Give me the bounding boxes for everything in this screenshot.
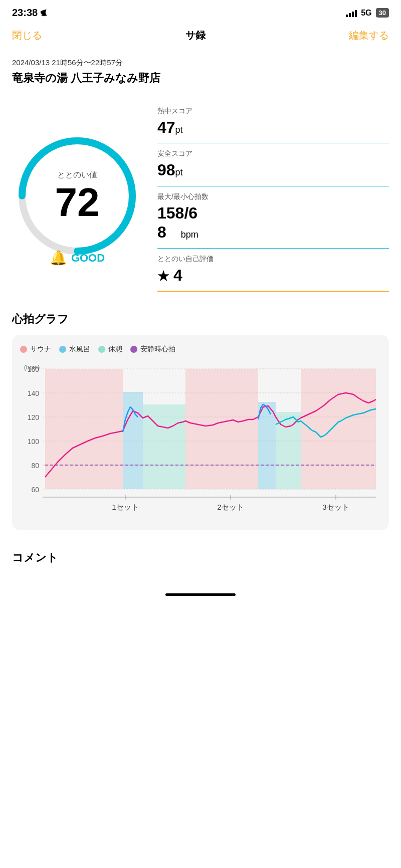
session-datetime: 2024/03/13 21時56分〜22時57分: [12, 58, 389, 68]
heart-rate-chart: 160 140 120 100 80 60 (bpm): [20, 362, 381, 522]
legend-cold-bath: 水風呂: [59, 345, 90, 354]
safety-score-label: 安全スコア: [157, 149, 389, 158]
header-info: 2024/03/13 21時56分〜22時57分 竜泉寺の湯 八王子みなみ野店: [0, 50, 401, 86]
comment-section: コメント: [0, 540, 401, 593]
safety-score-value: 98pt: [157, 160, 389, 179]
heat-score-item: 熱中スコア 47pt: [157, 101, 389, 143]
cold-zone-2: [258, 402, 276, 489]
graph-card: サウナ 水風呂 休憩 安静時心拍 160 140 120 100: [12, 335, 389, 530]
self-score-label: ととのい自己評価: [157, 255, 389, 264]
graph-title: 心拍グラフ: [12, 312, 389, 327]
bottom-indicator-wrapper: [0, 593, 401, 606]
gauge-badge-text: GOOD: [71, 252, 105, 265]
battery-icon: 30: [376, 8, 389, 18]
score-stats: 熱中スコア 47pt 安全スコア 98pt 最大/最小心拍数 158/6 8 b…: [157, 101, 389, 292]
svg-text:(bpm): (bpm): [24, 364, 40, 371]
safety-score-item: 安全スコア 98pt: [157, 143, 389, 186]
location-icon: [41, 10, 48, 17]
sauna-zone-2: [185, 369, 258, 489]
resting-hr-color: [130, 346, 137, 353]
gauge-label: ととのい値: [55, 170, 100, 180]
heat-score-value: 47pt: [157, 118, 389, 137]
svg-text:80: 80: [31, 462, 39, 470]
status-bar: 23:38 5G 30: [0, 0, 401, 23]
cold-bath-color: [59, 346, 66, 353]
star-icon: ★: [157, 269, 169, 284]
heart-rate-value: 158/6 8 bpm: [157, 203, 389, 242]
svg-text:60: 60: [31, 486, 39, 494]
gauge-value: 72: [55, 182, 100, 223]
svg-text:120: 120: [28, 413, 40, 421]
session-location: 竜泉寺の湯 八王子みなみ野店: [12, 71, 389, 86]
status-right: 5G 30: [346, 8, 389, 18]
gauge-badge: 🔔 GOOD: [50, 250, 105, 266]
score-section: ととのい値 72 🔔 GOOD 熱中スコア 47pt 安全スコア 98pt 最大…: [0, 96, 401, 302]
network-label: 5G: [361, 9, 371, 18]
legend-sauna: サウナ: [20, 345, 51, 354]
graph-legend: サウナ 水風呂 休憩 安静時心拍: [20, 345, 381, 354]
cold-zone-1: [123, 392, 143, 489]
legend-rest: 休憩: [98, 345, 122, 354]
legend-resting-hr: 安静時心拍: [130, 345, 175, 354]
self-score-item: ととのい自己評価 ★ 4: [157, 249, 389, 292]
heat-score-label: 熱中スコア: [157, 107, 389, 116]
comment-title: コメント: [12, 550, 389, 565]
home-indicator: [165, 593, 236, 596]
graph-area: 160 140 120 100 80 60 (bpm): [20, 362, 381, 522]
gauge-center: ととのい値 72: [55, 170, 100, 223]
nav-bar: 閉じる サ録 編集する: [0, 23, 401, 50]
svg-text:3セット: 3セット: [322, 503, 349, 511]
self-score-value: ★ 4: [157, 266, 389, 285]
heart-rate-item: 最大/最小心拍数 158/6 8 bpm: [157, 186, 389, 249]
status-time: 23:38: [12, 7, 48, 19]
sauna-zone-1: [45, 369, 123, 489]
bell-icon: 🔔: [50, 250, 67, 266]
svg-text:1セット: 1セット: [112, 503, 138, 511]
svg-text:140: 140: [28, 389, 40, 397]
sauna-color: [20, 346, 27, 353]
svg-text:100: 100: [28, 438, 40, 446]
rest-color: [98, 346, 105, 353]
close-button[interactable]: 閉じる: [12, 29, 42, 42]
graph-section: 心拍グラフ サウナ 水風呂 休憩 安静時心拍: [0, 302, 401, 540]
gauge-container: ととのい値 72 🔔 GOOD: [12, 131, 142, 261]
edit-button[interactable]: 編集する: [349, 29, 389, 42]
sauna-zone-3: [301, 369, 376, 489]
signal-bars: [346, 9, 357, 17]
heart-rate-label: 最大/最小心拍数: [157, 192, 389, 201]
nav-title: サ録: [185, 29, 206, 42]
svg-text:2セット: 2セット: [217, 503, 244, 511]
